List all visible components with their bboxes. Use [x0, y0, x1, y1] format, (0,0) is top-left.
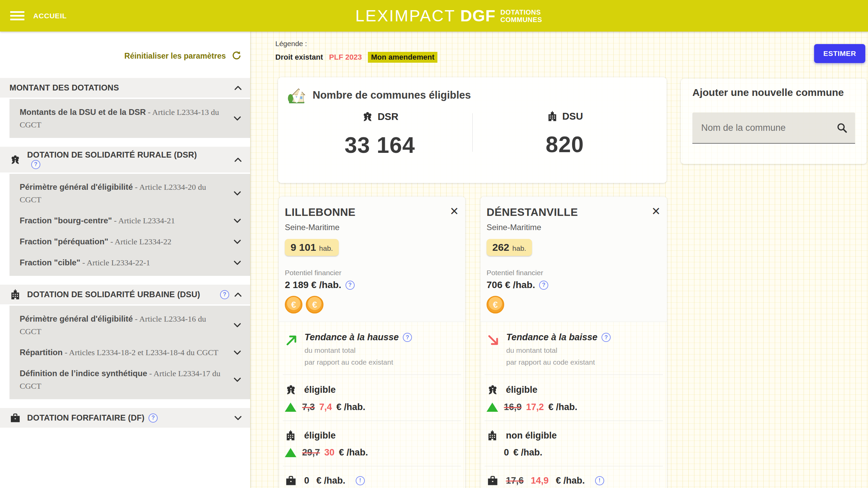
section-header-dsu[interactable]: DOTATION DE SOLIDARITÉ URBAINE (DSU) ?	[0, 285, 250, 304]
close-icon[interactable]: ×	[450, 204, 458, 218]
financial-potential-label: Potentiel financier	[487, 269, 659, 277]
item-label: Fraction "cible" - Article L2334-22-1	[20, 256, 233, 269]
sidebar-item-dsr-perimetre[interactable]: Périmètre général d'éligibilité - Articl…	[9, 177, 250, 210]
dsu-unit: € /hab.	[339, 447, 368, 458]
item-label: Fraction "péréquation" - Article L2334-2…	[20, 235, 233, 248]
dsu-label: DSU	[562, 111, 583, 122]
dsu-status-block: éligible 29,7 30 € /hab.	[279, 421, 465, 466]
help-icon[interactable]: ?	[149, 413, 158, 423]
chevron-down-icon	[233, 260, 241, 265]
item-title: Fraction "péréquation"	[20, 237, 108, 246]
menu-button[interactable]: ACCUEIL	[10, 11, 67, 20]
brand-logo: LEXIMPACT DGF DOTATIONS COMMUNES	[355, 0, 542, 32]
commune-card-lillebonne: × LILLEBONNE Seine-Maritime 9 101 hab. P…	[279, 197, 465, 488]
sidebar-section-montants: MONTANT DES DOTATIONS Montants de la DSU…	[0, 78, 250, 138]
section-header-dsr[interactable]: DOTATION DE SOLIDARITÉ RURALE (DSR)?	[0, 147, 250, 172]
chevron-up-icon	[234, 292, 242, 297]
section-header-df[interactable]: DOTATION FORFAITAIRE (DF)?	[0, 408, 250, 428]
dsu-unit: € /hab.	[513, 447, 542, 458]
dsr-count-column: DSR 33 164	[288, 110, 472, 158]
estimate-button[interactable]: ESTIMER	[814, 44, 865, 63]
help-icon[interactable]: ?	[346, 281, 355, 290]
commune-search-input[interactable]	[692, 113, 855, 143]
sidebar-item-dsr-perequation[interactable]: Fraction "péréquation" - Article L2334-2…	[9, 231, 250, 252]
commune-card-header: × LILLEBONNE Seine-Maritime 9 101 hab. P…	[279, 197, 465, 322]
sidebar: Réinitialiser les paramètres MONTANT DES…	[0, 32, 250, 488]
item-title: Fraction "cible"	[20, 258, 80, 267]
hamburger-icon	[10, 11, 24, 20]
search-icon[interactable]	[836, 122, 848, 134]
chevron-down-icon	[233, 323, 241, 328]
chevron-down-icon	[233, 191, 241, 196]
trend-up-icon	[285, 332, 298, 366]
item-label: Fraction "bourg-centre" - Article L2334-…	[20, 214, 233, 227]
info-icon[interactable]: !	[356, 476, 365, 485]
sidebar-item-dsu-perimetre[interactable]: Périmètre général d'éligibilité - Articl…	[9, 308, 250, 342]
chevron-down-icon	[234, 415, 242, 421]
chevron-down-icon	[233, 116, 241, 121]
info-icon[interactable]: !	[595, 476, 604, 485]
commune-card-denestanville: × DÉNESTANVILLE Seine-Maritime 262 hab. …	[480, 197, 667, 488]
coin-icon: €	[487, 296, 504, 313]
flower-icon	[285, 384, 297, 396]
financial-potential-label: Potentiel financier	[285, 269, 457, 277]
reset-parameters-button[interactable]: Réinitialiser les paramètres	[0, 51, 250, 61]
dsu-status-block: non éligible 0 € /hab.	[480, 421, 667, 466]
sidebar-section-df: DOTATION FORFAITAIRE (DF)?	[0, 408, 250, 428]
help-icon[interactable]: ?	[31, 160, 40, 169]
briefcase-icon	[9, 412, 21, 424]
item-article: - Article L2334-22	[110, 237, 171, 246]
trend-block: Tendance à la hausse ? du montant total …	[279, 322, 465, 374]
item-title: Fraction "bourg-centre"	[20, 216, 112, 225]
commune-card-header: × DÉNESTANVILLE Seine-Maritime 262 hab. …	[480, 197, 667, 322]
dsr-label: DSR	[378, 111, 398, 122]
triangle-up-icon	[487, 403, 498, 412]
sidebar-item-dsr-cible[interactable]: Fraction "cible" - Article L2334-22-1	[9, 252, 250, 273]
legend-existing-law: Droit existant	[275, 53, 323, 62]
flower-icon	[9, 154, 21, 165]
df-value: 0	[304, 475, 309, 486]
sidebar-section-dsr: DOTATION DE SOLIDARITÉ RURALE (DSR)? Pér…	[0, 147, 250, 276]
help-icon[interactable]: ?	[403, 333, 412, 342]
dsu-eligible-count: 820	[546, 131, 584, 157]
help-icon[interactable]: ?	[220, 290, 229, 299]
brand-subtitle: DOTATIONS COMMUNES	[500, 8, 542, 23]
dsr-eligibility-status: éligible	[506, 385, 537, 395]
trend-down-icon	[487, 332, 500, 366]
chevron-down-icon	[233, 377, 241, 382]
help-icon[interactable]: ?	[601, 333, 611, 342]
building-icon	[285, 430, 297, 441]
home-link[interactable]: ACCUEIL	[33, 12, 67, 20]
commune-department: Seine-Maritime	[285, 223, 457, 232]
chevron-up-icon	[234, 157, 242, 162]
sidebar-item-dsr-bourg-centre[interactable]: Fraction "bourg-centre" - Article L2334-…	[9, 210, 250, 231]
section-header-montants[interactable]: MONTANT DES DOTATIONS	[0, 78, 250, 98]
legend-title: Légende :	[275, 40, 437, 48]
building-icon	[9, 289, 21, 300]
brand-name: LEXIMPACT	[355, 6, 456, 25]
dsr-status-block: éligible 7,3 7,4 € /hab.	[279, 375, 465, 421]
sidebar-item-dsu-repartition[interactable]: Répartition - Articles L2334-18-2 et L23…	[9, 342, 250, 363]
item-article: - Articles L2334-18-2 et L2334-18-4 du C…	[65, 348, 218, 357]
dsu-eligibility-status: éligible	[304, 430, 336, 441]
dsr-status-block: éligible 16,9 17,2 € /hab.	[480, 375, 667, 421]
briefcase-icon	[285, 474, 297, 487]
sidebar-item-dsu-indice-synthetique[interactable]: Définition de l’indice synthétique - Art…	[9, 363, 250, 396]
help-icon[interactable]: ?	[539, 281, 548, 290]
item-label: Répartition - Articles L2334-18-2 et L23…	[20, 346, 233, 359]
section-title-text: DOTATION FORFAITAIRE (DF)	[27, 413, 144, 422]
df-unit: € /hab.	[556, 475, 585, 486]
section-items: Périmètre général d'éligibilité - Articl…	[9, 174, 250, 276]
close-icon[interactable]: ×	[652, 204, 660, 218]
population-value: 262	[492, 242, 509, 253]
section-title: DOTATION FORFAITAIRE (DF)?	[27, 413, 158, 423]
eligible-communes-card: Nombre de communes éligibles DSR	[278, 77, 667, 183]
flower-icon	[487, 384, 499, 396]
trend-block: Tendance à la baisse ? du montant total …	[480, 322, 667, 374]
house-check-icon	[288, 86, 306, 104]
dsr-unit: € /hab.	[548, 402, 577, 412]
chevron-down-icon	[233, 218, 241, 223]
commune-search-box	[692, 113, 855, 144]
sidebar-item-montants-dsu-dsr[interactable]: Montants de la DSU et de la DSR - Articl…	[9, 102, 250, 135]
building-icon	[547, 110, 558, 122]
